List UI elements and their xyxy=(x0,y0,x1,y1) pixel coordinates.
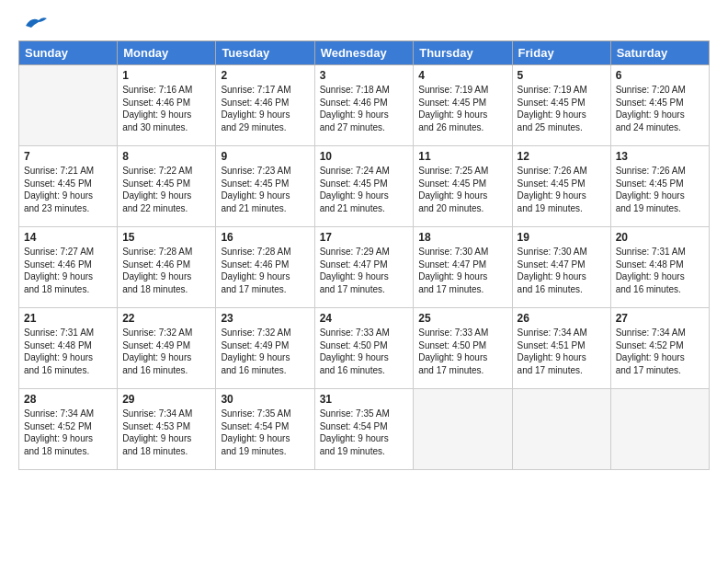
sunset-text: Sunset: 4:50 PM xyxy=(418,340,486,350)
daylight-text: and 19 minutes. xyxy=(518,203,583,213)
sunrise-text: Sunrise: 7:34 AM xyxy=(24,408,94,419)
daylight-text: and 20 minutes. xyxy=(418,203,483,213)
calendar-cell: 5Sunrise: 7:19 AMSunset: 4:45 PMDaylight… xyxy=(512,65,610,146)
sunset-text: Sunset: 4:46 PM xyxy=(24,259,92,270)
daylight-text: and 19 minutes. xyxy=(221,446,286,456)
calendar-cell: 28Sunrise: 7:34 AMSunset: 4:52 PMDayligh… xyxy=(19,389,118,470)
col-header-tuesday: Tuesday xyxy=(216,41,314,65)
week-row-2: 7Sunrise: 7:21 AMSunset: 4:45 PMDaylight… xyxy=(19,146,710,227)
daylight-text: Daylight: 9 hours xyxy=(418,190,487,201)
daylight-text: Daylight: 9 hours xyxy=(616,352,685,362)
daylight-text: Daylight: 9 hours xyxy=(320,352,389,362)
day-number: 13 xyxy=(616,150,704,163)
sunrise-text: Sunrise: 7:30 AM xyxy=(518,247,587,257)
daylight-text: and 16 minutes. xyxy=(122,365,188,375)
daylight-text: and 21 minutes. xyxy=(221,203,286,213)
cell-info: Sunrise: 7:18 AMSunset: 4:46 PMDaylight:… xyxy=(320,84,409,133)
calendar-cell: 11Sunrise: 7:25 AMSunset: 4:45 PMDayligh… xyxy=(414,146,512,227)
calendar-header-row: SundayMondayTuesdayWednesdayThursdayFrid… xyxy=(19,41,710,65)
sunset-text: Sunset: 4:48 PM xyxy=(24,340,92,350)
cell-info: Sunrise: 7:26 AMSunset: 4:45 PMDaylight:… xyxy=(616,165,704,214)
daylight-text: and 29 minutes. xyxy=(221,122,286,132)
daylight-text: Daylight: 9 hours xyxy=(320,190,389,201)
daylight-text: and 25 minutes. xyxy=(518,122,583,132)
cell-info: Sunrise: 7:19 AMSunset: 4:45 PMDaylight:… xyxy=(418,84,506,133)
calendar-cell: 15Sunrise: 7:28 AMSunset: 4:46 PMDayligh… xyxy=(118,227,216,308)
calendar-cell: 22Sunrise: 7:32 AMSunset: 4:49 PMDayligh… xyxy=(118,308,216,389)
calendar-cell: 19Sunrise: 7:30 AMSunset: 4:47 PMDayligh… xyxy=(512,227,610,308)
day-number: 28 xyxy=(24,393,112,406)
sunrise-text: Sunrise: 7:35 AM xyxy=(221,408,290,419)
cell-info: Sunrise: 7:32 AMSunset: 4:49 PMDaylight:… xyxy=(122,327,210,376)
sunset-text: Sunset: 4:46 PM xyxy=(122,98,190,108)
cell-info: Sunrise: 7:28 AMSunset: 4:46 PMDaylight:… xyxy=(122,246,210,295)
sunset-text: Sunset: 4:46 PM xyxy=(320,98,388,108)
sunrise-text: Sunrise: 7:26 AM xyxy=(518,166,587,176)
cell-info: Sunrise: 7:34 AMSunset: 4:51 PMDaylight:… xyxy=(518,327,606,376)
day-number: 20 xyxy=(616,231,704,244)
sunset-text: Sunset: 4:52 PM xyxy=(24,421,92,431)
calendar-cell: 30Sunrise: 7:35 AMSunset: 4:54 PMDayligh… xyxy=(216,389,314,470)
daylight-text: and 17 minutes. xyxy=(616,365,681,375)
daylight-text: Daylight: 9 hours xyxy=(418,352,487,362)
sunrise-text: Sunrise: 7:33 AM xyxy=(320,327,390,338)
calendar-cell: 2Sunrise: 7:17 AMSunset: 4:46 PMDaylight… xyxy=(216,65,314,146)
calendar-cell: 12Sunrise: 7:26 AMSunset: 4:45 PMDayligh… xyxy=(512,146,610,227)
sunset-text: Sunset: 4:45 PM xyxy=(320,178,388,189)
cell-info: Sunrise: 7:33 AMSunset: 4:50 PMDaylight:… xyxy=(320,327,409,376)
cell-info: Sunrise: 7:19 AMSunset: 4:45 PMDaylight:… xyxy=(518,84,606,133)
daylight-text: Daylight: 9 hours xyxy=(24,190,93,201)
day-number: 25 xyxy=(418,312,506,325)
calendar-cell: 21Sunrise: 7:31 AMSunset: 4:48 PMDayligh… xyxy=(19,308,118,389)
sunrise-text: Sunrise: 7:32 AM xyxy=(122,327,192,338)
sunset-text: Sunset: 4:51 PM xyxy=(518,340,586,350)
cell-info: Sunrise: 7:21 AMSunset: 4:45 PMDaylight:… xyxy=(24,165,112,214)
day-number: 3 xyxy=(320,69,409,82)
sunset-text: Sunset: 4:46 PM xyxy=(221,98,289,108)
day-number: 11 xyxy=(418,150,506,163)
cell-info: Sunrise: 7:32 AMSunset: 4:49 PMDaylight:… xyxy=(221,327,309,376)
cell-info: Sunrise: 7:16 AMSunset: 4:46 PMDaylight:… xyxy=(122,84,210,133)
sunset-text: Sunset: 4:53 PM xyxy=(122,421,190,431)
daylight-text: and 21 minutes. xyxy=(320,203,385,213)
daylight-text: and 16 minutes. xyxy=(320,365,385,375)
calendar-cell: 17Sunrise: 7:29 AMSunset: 4:47 PMDayligh… xyxy=(314,227,414,308)
day-number: 29 xyxy=(122,393,210,406)
day-number: 17 xyxy=(320,231,409,244)
day-number: 30 xyxy=(221,393,309,406)
daylight-text: Daylight: 9 hours xyxy=(221,109,290,120)
daylight-text: Daylight: 9 hours xyxy=(24,352,93,362)
sunrise-text: Sunrise: 7:17 AM xyxy=(221,85,290,95)
daylight-text: and 26 minutes. xyxy=(418,122,483,132)
sunrise-text: Sunrise: 7:31 AM xyxy=(24,327,94,338)
sunrise-text: Sunrise: 7:21 AM xyxy=(24,166,94,176)
sunrise-text: Sunrise: 7:16 AM xyxy=(122,85,192,95)
daylight-text: Daylight: 9 hours xyxy=(221,190,290,201)
daylight-text: Daylight: 9 hours xyxy=(518,271,586,282)
week-row-1: 1Sunrise: 7:16 AMSunset: 4:46 PMDaylight… xyxy=(19,65,710,146)
sunset-text: Sunset: 4:45 PM xyxy=(518,98,586,108)
daylight-text: Daylight: 9 hours xyxy=(122,271,191,282)
sunrise-text: Sunrise: 7:28 AM xyxy=(221,247,290,257)
day-number: 19 xyxy=(518,231,606,244)
daylight-text: Daylight: 9 hours xyxy=(616,109,685,120)
sunrise-text: Sunrise: 7:34 AM xyxy=(122,408,192,419)
calendar-cell: 23Sunrise: 7:32 AMSunset: 4:49 PMDayligh… xyxy=(216,308,314,389)
calendar-cell: 20Sunrise: 7:31 AMSunset: 4:48 PMDayligh… xyxy=(610,227,709,308)
daylight-text: and 19 minutes. xyxy=(320,446,385,456)
day-number: 10 xyxy=(320,150,409,163)
daylight-text: Daylight: 9 hours xyxy=(518,190,586,201)
calendar-cell: 13Sunrise: 7:26 AMSunset: 4:45 PMDayligh… xyxy=(610,146,709,227)
calendar-cell: 16Sunrise: 7:28 AMSunset: 4:46 PMDayligh… xyxy=(216,227,314,308)
cell-info: Sunrise: 7:35 AMSunset: 4:54 PMDaylight:… xyxy=(221,408,309,457)
cell-info: Sunrise: 7:23 AMSunset: 4:45 PMDaylight:… xyxy=(221,165,309,214)
day-number: 22 xyxy=(122,312,210,325)
calendar-cell: 24Sunrise: 7:33 AMSunset: 4:50 PMDayligh… xyxy=(314,308,414,389)
daylight-text: and 18 minutes. xyxy=(122,284,188,294)
daylight-text: Daylight: 9 hours xyxy=(616,190,685,201)
daylight-text: and 27 minutes. xyxy=(320,122,385,132)
daylight-text: Daylight: 9 hours xyxy=(221,433,290,443)
calendar-body: 1Sunrise: 7:16 AMSunset: 4:46 PMDaylight… xyxy=(19,65,710,470)
daylight-text: and 30 minutes. xyxy=(122,122,188,132)
sunrise-text: Sunrise: 7:34 AM xyxy=(616,327,686,338)
